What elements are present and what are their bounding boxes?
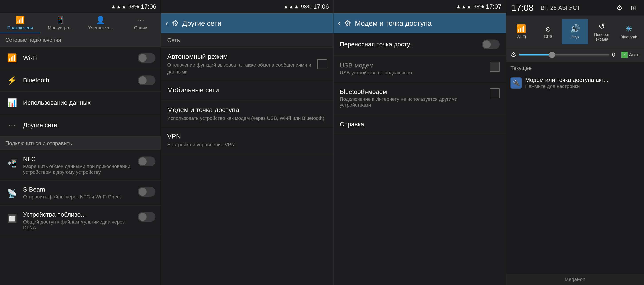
bluetooth-toggle[interactable] bbox=[138, 76, 156, 85]
status-icons-1: ▲▲▲ 98% 17:06 bbox=[111, 3, 156, 10]
net-item-vpn[interactable]: VPN Настройка и управление VPN bbox=[161, 127, 333, 154]
settings-item-nearby[interactable]: 🔲 Устройства поблизо... Общий доступ к ф… bbox=[0, 206, 161, 236]
nearby-subtitle: Общий доступ к файлам мультимедиа через … bbox=[23, 219, 138, 231]
settings-icon-qs[interactable]: ⚙ bbox=[614, 2, 625, 13]
nfc-icon: 📲 bbox=[5, 156, 19, 170]
brightness-slider[interactable] bbox=[519, 54, 610, 56]
help-text: Справка bbox=[340, 121, 500, 128]
qs-notification[interactable]: 🔌 Модем или точка доступа акт... Нажмите… bbox=[506, 73, 644, 93]
grid-icon-qs[interactable]: ⊞ bbox=[628, 2, 639, 13]
settings-item-sbeam[interactable]: 📡 S Beam Отправить файлы через NFC и Wi-… bbox=[0, 181, 161, 206]
qs-grid: 📶 Wi-Fi ◎ GPS 🔊 Звук ↺ Поворот экрана ✳ … bbox=[506, 16, 644, 48]
help-title: Справка bbox=[340, 121, 500, 128]
nfc-toggle[interactable] bbox=[138, 156, 156, 166]
qs-date: ВТ, 26 АВГУСТ bbox=[541, 5, 580, 11]
qs-gps-icon: ◎ bbox=[546, 25, 550, 33]
sbeam-title: S Beam bbox=[23, 186, 138, 193]
other-networks-icon: ⋯ bbox=[5, 119, 19, 132]
brightness-value: 0 bbox=[612, 51, 619, 58]
action-bar-2: ‹ ⚙ Другие сети bbox=[161, 13, 333, 33]
gear-icon-3: ⚙ bbox=[344, 19, 351, 28]
usb-modem-checkbox[interactable] bbox=[490, 62, 500, 72]
tab-icon-device: 📱 bbox=[56, 16, 65, 25]
bt-modem-checkbox[interactable] bbox=[490, 88, 500, 98]
airplane-checkbox[interactable] bbox=[317, 59, 327, 69]
qs-bluetooth-label: Bluetooth bbox=[620, 35, 637, 40]
bt-modem-title: Bluetooth-модем bbox=[340, 88, 490, 95]
status-icons-2: ▲▲▲ 98% 17:06 bbox=[284, 3, 329, 10]
panel-quick-settings: 17:08 ВТ, 26 АВГУСТ ⚙ ⊞ 📶 Wi-Fi ◎ GPS 🔊 … bbox=[506, 0, 644, 285]
settings-item-bluetooth[interactable]: ⚡ Bluetooth bbox=[0, 69, 161, 92]
gear-icon-2: ⚙ bbox=[172, 19, 179, 28]
settings-item-hotspot[interactable]: Переносная точка досту.. bbox=[334, 33, 506, 56]
vpn-title: VPN bbox=[167, 133, 327, 140]
battery-text-3: 98% bbox=[474, 4, 484, 10]
tab-options[interactable]: ⋯ Опции bbox=[121, 13, 161, 33]
bluetooth-title: Bluetooth bbox=[23, 77, 138, 84]
settings-item-wifi[interactable]: 📶 Wi-Fi bbox=[0, 47, 161, 69]
bt-modem-subtitle: Подключение к Интернету не используется … bbox=[340, 96, 490, 108]
settings-item-nfc[interactable]: 📲 NFC Разрешить обмен данными при прикос… bbox=[0, 150, 161, 181]
auto-brightness-toggle[interactable]: ✓ Авто bbox=[622, 52, 640, 58]
wifi-text: Wi-Fi bbox=[23, 54, 138, 62]
tab-bar-1: 📶 Подключени 📱 Мое устро... 👤 Учетные з.… bbox=[0, 13, 161, 33]
sbeam-text: S Beam Отправить файлы через NFC и Wi-Fi… bbox=[23, 186, 138, 200]
tab-my-device[interactable]: 📱 Мое устро... bbox=[40, 13, 80, 33]
usb-modem-subtitle: USB-устройство не подключено bbox=[340, 70, 490, 76]
sbeam-toggle[interactable] bbox=[138, 187, 156, 197]
tab-accounts[interactable]: 👤 Учетные з... bbox=[80, 13, 121, 33]
status-bar-1: ▲▲▲ 98% 17:06 bbox=[0, 0, 161, 13]
qs-sound-icon: 🔊 bbox=[570, 24, 580, 34]
carrier-text: MegaFon bbox=[565, 276, 586, 282]
hotspot-toggle-knob bbox=[483, 40, 491, 48]
airplane-subtitle: Отключение функций вызовов, а также обме… bbox=[167, 62, 317, 76]
back-button-3[interactable]: ‹ bbox=[338, 19, 341, 28]
nearby-toggle-knob bbox=[138, 213, 146, 221]
panel-network-settings: ▲▲▲ 98% 17:06 📶 Подключени 📱 Мое устро..… bbox=[0, 0, 161, 285]
status-bar-3: ▲▲▲ 98% 17:07 bbox=[334, 0, 506, 13]
nearby-toggle[interactable] bbox=[138, 212, 156, 222]
settings-item-other-networks[interactable]: ⋯ Другие сети bbox=[0, 114, 161, 137]
settings-item-help[interactable]: Справка bbox=[334, 114, 506, 134]
qs-tile-wifi[interactable]: 📶 Wi-Fi bbox=[508, 19, 534, 44]
brightness-icon: ⚙ bbox=[510, 51, 516, 59]
qs-rotate-label: Поворот экрана bbox=[590, 33, 614, 42]
hotspot-toggle[interactable] bbox=[482, 40, 500, 49]
nearby-icon: 🔲 bbox=[5, 212, 19, 225]
airplane-row: Автономный режим Отключение функций вызо… bbox=[167, 53, 327, 76]
nfc-title: NFC bbox=[23, 156, 138, 163]
status-icons-3: ▲▲▲ 98% 17:07 bbox=[456, 3, 502, 10]
signal-icon-2: ▲▲▲ bbox=[284, 4, 299, 10]
settings-item-data-usage[interactable]: 📊 Использование данных bbox=[0, 92, 161, 114]
qs-tile-bluetooth[interactable]: ✳ Bluetooth bbox=[616, 19, 642, 44]
nfc-toggle-knob bbox=[138, 157, 146, 165]
qs-brightness-bar: ⚙ 0 ✓ Авто bbox=[506, 48, 644, 62]
data-usage-title: Использование данных bbox=[23, 99, 156, 106]
qs-time: 17:08 bbox=[512, 3, 534, 13]
battery-text-1: 98% bbox=[128, 4, 139, 10]
wifi-toggle[interactable] bbox=[138, 53, 156, 63]
bluetooth-text: Bluetooth bbox=[23, 77, 138, 84]
settings-item-usb-modem[interactable]: USB-модем USB-устройство не подключено bbox=[334, 56, 506, 82]
action-bar-title-2: Другие сети bbox=[182, 19, 222, 28]
net-item-mobile[interactable]: Мобильные сети bbox=[161, 81, 333, 101]
qs-gps-label: GPS bbox=[544, 34, 552, 39]
data-usage-icon: 📊 bbox=[5, 96, 19, 109]
net-item-modem[interactable]: Модем и точка доступа Использовать устро… bbox=[161, 101, 333, 127]
settings-item-bt-modem[interactable]: Bluetooth-модем Подключение к Интернету … bbox=[334, 82, 506, 114]
tab-connected[interactable]: 📶 Подключени bbox=[0, 13, 40, 33]
back-button-2[interactable]: ‹ bbox=[166, 19, 168, 28]
other-networks-text: Другие сети bbox=[23, 122, 156, 129]
tab-label-connected: Подключени bbox=[7, 25, 33, 31]
net-item-airplane[interactable]: Автономный режим Отключение функций вызо… bbox=[161, 48, 333, 81]
wifi-icon: 📶 bbox=[5, 51, 19, 65]
qs-tile-sound[interactable]: 🔊 Звук bbox=[562, 19, 588, 44]
qs-wifi-icon: 📶 bbox=[516, 24, 526, 34]
action-bar-title-3: Модем и точка доступа bbox=[355, 19, 432, 28]
tab-label-device: Мое устро... bbox=[48, 25, 73, 31]
qs-carrier-bar: MegaFon bbox=[506, 274, 644, 285]
qs-tile-rotate[interactable]: ↺ Поворот экрана bbox=[589, 19, 615, 44]
time-3: 17:07 bbox=[486, 3, 502, 10]
qs-icons-right: ⚙ ⊞ bbox=[614, 2, 639, 13]
qs-tile-gps[interactable]: ◎ GPS bbox=[535, 19, 561, 44]
